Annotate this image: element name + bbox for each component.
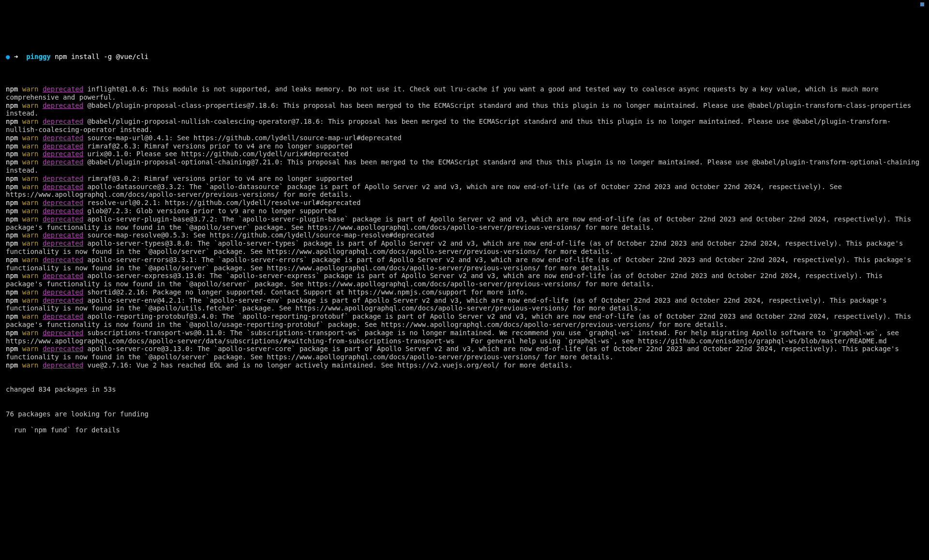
- warn-line: npm warn deprecated apollo-server-expres…: [6, 272, 923, 288]
- message-text: glob@7.2.3: Glob versions prior to v9 ar…: [83, 207, 336, 215]
- warn-token: warn: [22, 150, 39, 158]
- npm-token: npm: [6, 256, 18, 264]
- changed-summary: changed 834 packages in 53s: [6, 385, 923, 394]
- warn-token: warn: [22, 199, 39, 206]
- npm-token: npm: [6, 142, 18, 150]
- npm-token: npm: [6, 183, 18, 191]
- deprecated-token: deprecated: [43, 215, 83, 223]
- warn-line: npm warn deprecated rimraf@3.0.2: Rimraf…: [6, 175, 923, 183]
- message-text: apollo-server-types@3.8.0: The `apollo-s…: [6, 239, 907, 255]
- npm-token: npm: [6, 329, 18, 337]
- npm-token: npm: [6, 134, 18, 142]
- message-text: source-map-resolve@0.5.3: See https://gi…: [83, 231, 434, 239]
- warn-line: npm warn deprecated apollo-server-errors…: [6, 256, 923, 272]
- deprecated-token: deprecated: [43, 329, 83, 337]
- prompt-line[interactable]: ● ➜ pinggy npm install -g @vue/cli: [6, 53, 923, 61]
- message-text: shortid@2.2.16: Package no longer suppor…: [83, 288, 528, 296]
- npm-token: npm: [6, 361, 18, 369]
- warn-line: npm warn deprecated subscriptions-transp…: [6, 329, 923, 345]
- npm-token: npm: [6, 207, 18, 215]
- deprecated-token: deprecated: [43, 296, 83, 304]
- warn-token: warn: [22, 272, 39, 280]
- warn-token: warn: [22, 207, 39, 215]
- deprecated-token: deprecated: [43, 85, 83, 93]
- npm-token: npm: [6, 102, 18, 109]
- warn-line: npm warn deprecated @babel/plugin-propos…: [6, 102, 923, 118]
- deprecated-token: deprecated: [43, 272, 83, 280]
- warn-token: warn: [22, 134, 39, 142]
- warn-token: warn: [22, 142, 39, 150]
- warn-token: warn: [22, 239, 39, 247]
- funding-summary: 76 packages are looking for funding: [6, 410, 923, 418]
- message-text: subscriptions-transport-ws@0.11.0: The `…: [6, 329, 903, 345]
- message-text: apollo-server-env@4.2.1: The `apollo-ser…: [6, 296, 891, 312]
- npm-token: npm: [6, 215, 18, 223]
- warn-line: npm warn deprecated @babel/plugin-propos…: [6, 118, 923, 134]
- warn-line: npm warn deprecated apollo-server-env@4.…: [6, 296, 923, 313]
- warn-token: warn: [22, 183, 39, 191]
- npm-token: npm: [6, 239, 18, 247]
- warn-line: npm warn deprecated rimraf@2.6.3: Rimraf…: [6, 142, 923, 150]
- message-text: apollo-server-plugin-base@3.7.2: The `ap…: [6, 215, 915, 231]
- message-text: @babel/plugin-proposal-optional-chaining…: [6, 158, 924, 174]
- message-text: apollo-server-core@3.13.0: The `apollo-s…: [6, 345, 903, 361]
- npm-token: npm: [6, 175, 18, 182]
- message-text: @babel/plugin-proposal-class-properties@…: [6, 102, 915, 118]
- warn-token: warn: [22, 345, 39, 353]
- warn-line: npm warn deprecated source-map-url@0.4.1…: [6, 134, 923, 142]
- prompt-arrow-icon: ➜: [14, 53, 18, 60]
- warn-line: npm warn deprecated glob@7.2.3: Glob ver…: [6, 207, 923, 215]
- npm-token: npm: [6, 288, 18, 296]
- warn-token: warn: [22, 102, 39, 109]
- warn-line: npm warn deprecated urix@0.1.0: Please s…: [6, 150, 923, 158]
- message-text: rimraf@3.0.2: Rimraf versions prior to v…: [83, 175, 352, 182]
- message-text: source-map-url@0.4.1: See https://github…: [83, 134, 401, 142]
- funding-run: run `npm fund` for details: [6, 426, 923, 434]
- deprecated-token: deprecated: [43, 345, 83, 353]
- npm-token: npm: [6, 345, 18, 353]
- deprecated-token: deprecated: [43, 256, 83, 264]
- npm-token: npm: [6, 150, 18, 158]
- prompt-command: npm install -g @vue/cli: [55, 53, 149, 60]
- deprecated-token: deprecated: [43, 312, 83, 320]
- warn-line: npm warn deprecated apollo-datasource@3.…: [6, 183, 923, 199]
- warn-token: warn: [22, 158, 39, 166]
- npm-token: npm: [6, 199, 18, 206]
- npm-token: npm: [6, 85, 18, 93]
- deprecated-token: deprecated: [43, 239, 83, 247]
- status-indicator: [920, 2, 924, 6]
- deprecated-token: deprecated: [43, 142, 83, 150]
- message-text: urix@0.1.0: Please see https://github.co…: [83, 150, 348, 158]
- warn-token: warn: [22, 361, 39, 369]
- deprecated-token: deprecated: [43, 150, 83, 158]
- deprecated-token: deprecated: [43, 288, 83, 296]
- warn-token: warn: [22, 231, 39, 239]
- prompt-dot-icon: ●: [6, 53, 10, 60]
- warn-token: warn: [22, 215, 39, 223]
- terminal-output[interactable]: npm warn deprecated inflight@1.0.6: This…: [6, 85, 923, 369]
- npm-token: npm: [6, 231, 18, 239]
- message-text: inflight@1.0.6: This module is not suppo…: [6, 85, 883, 101]
- warn-token: warn: [22, 296, 39, 304]
- prompt-dir: pinggy: [26, 53, 51, 60]
- deprecated-token: deprecated: [43, 102, 83, 109]
- warn-token: warn: [22, 288, 39, 296]
- deprecated-token: deprecated: [43, 231, 83, 239]
- deprecated-token: deprecated: [43, 175, 83, 182]
- warn-line: npm warn deprecated apollo-reporting-pro…: [6, 312, 923, 329]
- warn-line: npm warn deprecated apollo-server-types@…: [6, 239, 923, 256]
- message-text: apollo-datasource@3.3.2: The `apollo-dat…: [6, 183, 846, 199]
- message-text: vue@2.7.16: Vue 2 has reached EOL and is…: [83, 361, 572, 369]
- warn-token: warn: [22, 312, 39, 320]
- warn-token: warn: [22, 85, 39, 93]
- warn-token: warn: [22, 118, 39, 125]
- deprecated-token: deprecated: [43, 118, 83, 125]
- npm-token: npm: [6, 272, 18, 280]
- npm-token: npm: [6, 312, 18, 320]
- blank-line: [6, 69, 923, 77]
- message-text: resolve-url@0.2.1: https://github.com/ly…: [83, 199, 360, 206]
- deprecated-token: deprecated: [43, 207, 83, 215]
- warn-line: npm warn deprecated vue@2.7.16: Vue 2 ha…: [6, 361, 923, 369]
- warn-line: npm warn deprecated inflight@1.0.6: This…: [6, 85, 923, 102]
- message-text: rimraf@2.6.3: Rimraf versions prior to v…: [83, 142, 352, 150]
